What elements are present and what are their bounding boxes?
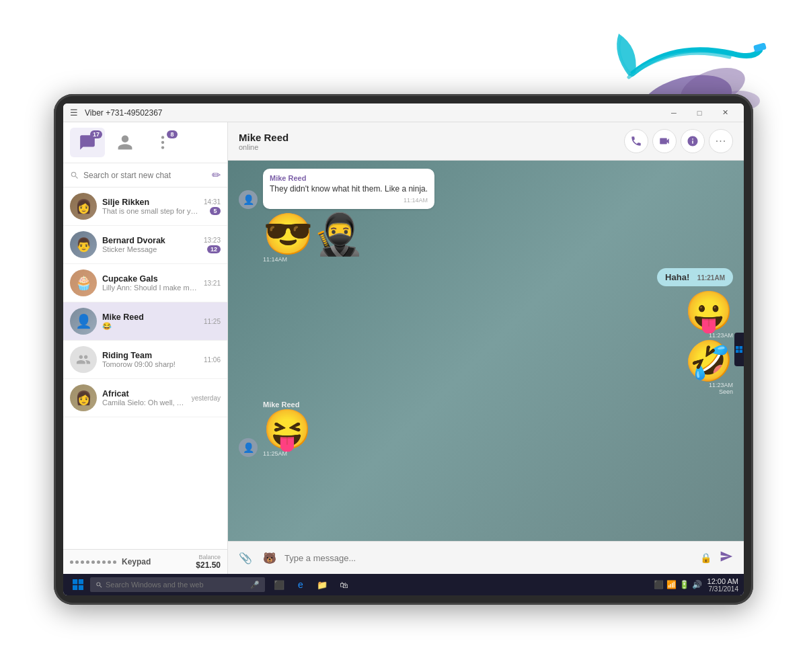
haha-row: Haha! 11:21AM [657, 268, 733, 289]
msg-bubble-1: Mike Reed They didn't know what hit them… [263, 169, 434, 209]
chat-preview-bernard: Sticker Message [102, 245, 198, 253]
chat-time-cupcake: 13:21 [204, 280, 221, 287]
balance-info: Balance $21.50 [196, 554, 221, 570]
taskbar-clock: 12:00 AM 7/31/2014 [707, 577, 738, 593]
close-button[interactable]: ✕ [713, 106, 737, 120]
chat-header-name: Mike Reed [239, 132, 624, 143]
windows-taskbar: 🎤 ⬛ e 📁 🛍 ⬛ 📶 🔋 🔊 12:00 AM 7/31/2014 [63, 574, 744, 595]
taskbar-store-icon[interactable]: 🛍 [335, 576, 352, 593]
chat-item-africat[interactable]: 👩 Africat Camila Sielo: Oh well, You bet… [63, 379, 227, 417]
sidebar-tabs: 17 8 [63, 122, 227, 163]
chat-header-actions: ··· [624, 129, 733, 153]
sticker-time-4: 11:23AM [709, 332, 733, 339]
messages-area: 👤 Mike Reed They didn't know what hit th… [228, 161, 744, 541]
msg-sticker-5: 🤣 11:23AM Seen [685, 341, 733, 395]
taskbar-ie-icon[interactable]: e [292, 576, 309, 593]
chat-name-riding: Riding Team [102, 351, 198, 360]
tablet-screen: ☰ Viber +731-49502367 ─ □ ✕ 17 [63, 103, 744, 595]
app-titlebar: ☰ Viber +731-49502367 ─ □ ✕ [63, 103, 744, 122]
chat-header: Mike Reed online [228, 122, 744, 161]
balance-amount: $21.50 [196, 560, 221, 570]
sticker-seen-5: Seen [719, 388, 733, 395]
taskbar-icons: ⬛ e 📁 🛍 [270, 576, 352, 593]
chat-time-riding: 11:06 [204, 356, 221, 364]
voice-call-button[interactable] [624, 129, 648, 153]
minimize-button[interactable]: ─ [662, 106, 686, 120]
taskbar-multitasking-icon[interactable]: ⬛ [270, 576, 288, 593]
battery-icon: 🔋 [679, 580, 689, 589]
search-input[interactable] [83, 171, 208, 180]
svg-rect-10 [73, 585, 77, 590]
avatar-africat: 👩 [70, 384, 97, 411]
msg-avatar-1: 👤 [239, 190, 258, 209]
titlebar-controls: ─ □ ✕ [662, 106, 737, 120]
sticker-icon[interactable]: 🐻 [260, 549, 279, 567]
more-options-button[interactable]: ··· [709, 129, 733, 153]
chat-main: Mike Reed online [228, 122, 744, 574]
send-button[interactable] [717, 547, 736, 569]
msg-content-6: Mike Reed 😝 11:25AM [263, 401, 311, 457]
svg-rect-9 [79, 579, 83, 584]
avatar-mike: 👤 [70, 308, 97, 335]
taskbar-files-icon[interactable]: 📁 [313, 576, 331, 593]
chat-info-silje: Silje Rikken That is one small step for … [102, 198, 198, 215]
message-input-bar: 📎 🐻 🔒 [228, 541, 744, 574]
chat-time-silje: 14:31 [204, 198, 221, 206]
unread-silje: 5 [210, 207, 221, 215]
taskbar-search[interactable]: 🎤 [90, 577, 265, 592]
chat-header-status: online [239, 143, 624, 151]
chat-meta-cupcake: 13:21 [204, 280, 221, 287]
maximize-button[interactable]: □ [687, 106, 712, 120]
balance-label: Balance [196, 554, 221, 560]
chat-item-silje[interactable]: 👩 Silje Rikken That is one small step fo… [63, 187, 227, 226]
chat-name-mike: Mike Reed [102, 312, 198, 322]
taskbar-search-input[interactable] [106, 581, 247, 589]
taskbar-time: 12:00 AM [707, 577, 738, 585]
chat-time-africat: yesterday [192, 394, 221, 402]
chat-meta-riding: 11:06 [204, 356, 221, 364]
info-button[interactable] [681, 129, 705, 153]
wifi-icon: 📶 [666, 580, 677, 589]
chat-item-mike[interactable]: 👤 Mike Reed 😂 11:25 [63, 302, 227, 341]
sticker-emoji-4: 😛 [685, 292, 733, 331]
chat-item-cupcake[interactable]: 🧁 Cupcake Gals Lilly Ann: Should I make … [63, 264, 227, 302]
windows-start-button[interactable] [69, 577, 87, 592]
svg-point-5 [161, 141, 164, 144]
search-icon [70, 171, 79, 180]
chat-time-bernard: 13:23 [204, 237, 221, 244]
chat-item-bernard[interactable]: 👨 Bernard Dvorak Sticker Message 13:23 1… [63, 226, 227, 264]
chat-item-riding[interactable]: Riding Team Tomorow 09:00 sharp! 11:06 [63, 341, 227, 379]
svg-rect-12 [736, 346, 739, 349]
sticker-emoji-5: 🤣 [685, 341, 733, 380]
tab-more[interactable]: 8 [145, 128, 180, 157]
edit-icon[interactable]: ✏ [212, 169, 221, 181]
avatar-cupcake: 🧁 [70, 269, 97, 296]
titlebar-menu-icon[interactable]: ☰ [70, 108, 78, 118]
sticker-time-5: 11:23AM [709, 382, 733, 388]
avatar-riding [70, 346, 97, 373]
msg-sender-1: Mike Reed [270, 174, 428, 182]
chat-info-bernard: Bernard Dvorak Sticker Message [102, 236, 198, 253]
chat-name-africat: Africat [102, 389, 186, 398]
keypad-bar[interactable]: Keypad Balance $21.50 [63, 549, 227, 574]
windows-home-button[interactable] [734, 333, 744, 366]
chat-name-silje: Silje Rikken [102, 198, 198, 207]
msg-sticker-6: 😝 11:25AM [263, 410, 311, 457]
message-input[interactable] [284, 553, 695, 563]
chat-header-info: Mike Reed online [239, 132, 624, 151]
svg-rect-4 [753, 42, 767, 52]
chat-list: 👩 Silje Rikken That is one small step fo… [63, 187, 227, 549]
tab-contacts[interactable] [108, 128, 143, 157]
video-call-button[interactable] [652, 129, 677, 153]
chat-preview-mike: 😂 [102, 322, 198, 331]
attachment-icon[interactable]: 📎 [236, 549, 255, 567]
msg-time-1: 11:14AM [270, 197, 428, 204]
avatar-bernard: 👨 [70, 231, 97, 258]
sticker-emoji-2: 😎🥷 [263, 214, 364, 255]
chat-meta-silje: 14:31 5 [204, 198, 221, 215]
sidebar: 17 8 [63, 122, 228, 574]
tab-chats[interactable]: 17 [70, 128, 105, 157]
message-row-2: 😎🥷 11:14AM [239, 214, 733, 263]
message-row-1: 👤 Mike Reed They didn't know what hit th… [239, 169, 733, 209]
chat-name-bernard: Bernard Dvorak [102, 236, 198, 245]
